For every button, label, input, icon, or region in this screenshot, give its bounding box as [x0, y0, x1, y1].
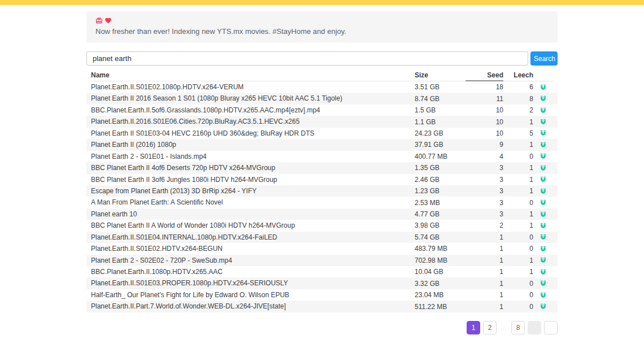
magnet-icon: [539, 303, 547, 310]
torrent-name-link[interactable]: BBC Planet Earth II 3of6 Jungles 1080i H…: [91, 174, 415, 185]
torrent-leech-count: 0: [503, 197, 533, 208]
magnet-link-button[interactable]: [533, 93, 553, 104]
torrent-name-link[interactable]: Half-Earth_ Our Planet's Fight for Life …: [91, 289, 415, 301]
column-header-size[interactable]: Size: [415, 69, 465, 81]
pagination-nav-button-a[interactable]: [528, 321, 541, 334]
torrent-leech-count: 1: [503, 220, 533, 231]
magnet-link-button[interactable]: [533, 220, 553, 231]
torrent-name-link[interactable]: Planet.Earth.II.2016.S01E06.Cities.720p.…: [91, 116, 415, 127]
torrent-leech-count: 1: [503, 139, 533, 150]
magnet-link-button[interactable]: [533, 289, 553, 301]
table-row: BBC Planet Earth II A World of Wonder 10…: [86, 220, 558, 231]
torrent-size: 2.46 GB: [415, 174, 465, 185]
magnet-link-button[interactable]: [533, 197, 553, 208]
torrent-name-link[interactable]: Planet.Earth.II.Part.7.World.of.Wonder.W…: [91, 301, 415, 312]
magnet-link-button[interactable]: [533, 105, 553, 116]
magnet-link-button[interactable]: [533, 208, 553, 220]
table-row: Planet.Earth.II.S01E02.HDTV.x264-BEGUN48…: [86, 243, 558, 254]
page-button-1[interactable]: 1: [467, 321, 480, 334]
search-button[interactable]: Search: [530, 51, 558, 66]
torrent-seed-count: 1: [465, 232, 503, 243]
page-button-2[interactable]: 2: [483, 321, 497, 334]
torrent-seed-count: 11: [465, 93, 503, 104]
torrent-leech-count: 1: [503, 162, 533, 173]
gift-icon: [95, 17, 103, 24]
magnet-link-button[interactable]: [533, 255, 553, 266]
magnet-link-button[interactable]: [533, 301, 553, 312]
magnet-link-button[interactable]: [533, 139, 553, 150]
magnet-link-button[interactable]: [533, 266, 553, 277]
search-input[interactable]: [86, 51, 528, 66]
magnet-icon: [539, 257, 547, 264]
torrent-seed-count: 9: [465, 139, 503, 150]
magnet-icon: [539, 268, 547, 276]
pagination-ellipsis: ...: [499, 321, 508, 334]
magnet-icon: [539, 176, 547, 183]
torrent-name-link[interactable]: Planet Earth II (2016) 1080p: [91, 139, 415, 150]
torrent-leech-count: 0: [503, 151, 533, 162]
magnet-icon: [539, 280, 547, 287]
column-header-actions: [533, 69, 553, 81]
magnet-link-button[interactable]: [533, 232, 553, 243]
torrent-size: 23.04 MB: [415, 289, 465, 301]
magnet-link-button[interactable]: [533, 128, 553, 139]
torrent-name-link[interactable]: Planet earth 10: [91, 208, 415, 220]
torrent-name-link[interactable]: BBC Planet Earth II 4of6 Deserts 720p HD…: [91, 162, 415, 173]
search-bar: Search: [86, 51, 558, 66]
magnet-link-button[interactable]: [533, 185, 553, 197]
table-row: Planet.Earth.II.S01E02.1080p.HDTV.x264-V…: [86, 81, 558, 93]
torrent-name-link[interactable]: Planet.Earth.II.S01E02.1080p.HDTV.x264-V…: [91, 81, 415, 93]
torrent-size: 400.77 MB: [415, 151, 465, 162]
column-header-seed[interactable]: Seed: [465, 69, 503, 81]
torrent-name-link[interactable]: Planet.Earth.II.S01E03.PROPER.1080p.HDTV…: [91, 277, 415, 289]
magnet-link-button[interactable]: [533, 243, 553, 254]
torrent-size: 8.74 GB: [415, 93, 465, 104]
torrent-name-link[interactable]: A Man From Planet Earth: A Scientific No…: [91, 197, 415, 208]
torrent-name-link[interactable]: Planet Earth 2 - S02E02 - 720P - SweSub.…: [91, 255, 415, 266]
magnet-link-button[interactable]: [533, 174, 553, 185]
torrent-leech-count: 8: [503, 93, 533, 104]
torrent-name-link[interactable]: Planet.Earth.II.S01E04.INTERNAL.1080p.HD…: [91, 232, 415, 243]
top-accent-bar: [0, 0, 644, 5]
torrent-size: 3.98 GB: [415, 220, 465, 231]
torrent-name-link[interactable]: Planet Earth II S01E03-04 HEVC 2160p UHD…: [91, 128, 415, 139]
magnet-icon: [539, 188, 547, 195]
torrent-leech-count: 1: [503, 174, 533, 185]
magnet-link-button[interactable]: [533, 81, 553, 93]
torrent-seed-count: 1: [465, 289, 503, 301]
torrent-leech-count: 5: [503, 128, 533, 139]
torrent-name-link[interactable]: BBC Planet Earth II A World of Wonder 10…: [91, 220, 415, 231]
results-table: Name Size Seed Leech Planet.Earth.II.S01…: [86, 69, 558, 312]
page-button-8[interactable]: 8: [511, 321, 525, 334]
magnet-icon: [539, 222, 547, 229]
torrent-size: 1.35 GB: [415, 162, 465, 173]
magnet-link-button[interactable]: [533, 116, 553, 127]
announcement-banner: Now fresher than ever! Indexing new YTS.…: [86, 11, 558, 42]
table-row: Half-Earth_ Our Planet's Fight for Life …: [86, 289, 558, 301]
magnet-link-button[interactable]: [533, 162, 553, 173]
torrent-seed-count: 1: [465, 243, 503, 254]
table-row: Planet Earth 2 - S02E02 - 720P - SweSub.…: [86, 255, 558, 266]
table-row: Planet.Earth.II.S01E04.INTERNAL.1080p.HD…: [86, 232, 558, 243]
torrent-leech-count: 1: [503, 116, 533, 127]
torrent-name-link[interactable]: Planet Earth II 2016 Season 1 S01 (1080p…: [91, 93, 415, 104]
magnet-icon: [539, 199, 547, 206]
torrent-name-link[interactable]: Planet.Earth.II.S01E02.HDTV.x264-BEGUN: [91, 243, 415, 254]
torrent-name-link[interactable]: BBC.Planet.Earth.II.1080p.HDTV.x265.AAC: [91, 266, 415, 277]
magnet-icon: [539, 95, 547, 102]
pagination-nav-button-b[interactable]: [544, 321, 558, 334]
torrent-name-link[interactable]: BBC.Planet.Earth.II.5of6.Grasslands.1080…: [91, 105, 415, 116]
torrent-name-link[interactable]: Escape from Planet Earth (2013) 3D BrRip…: [91, 185, 415, 197]
magnet-icon: [539, 292, 547, 299]
magnet-icon: [539, 211, 547, 218]
magnet-icon: [539, 118, 547, 125]
column-header-name[interactable]: Name: [91, 69, 415, 81]
torrent-leech-count: 0: [503, 243, 533, 254]
magnet-icon: [539, 164, 547, 172]
column-header-leech[interactable]: Leech: [503, 69, 533, 81]
torrent-name-link[interactable]: Planet Earth 2 - S01E01 - Islands.mp4: [91, 151, 415, 162]
torrent-leech-count: 1: [503, 185, 533, 197]
magnet-link-button[interactable]: [533, 151, 553, 162]
magnet-link-button[interactable]: [533, 277, 553, 289]
torrent-seed-count: 10: [465, 128, 503, 139]
